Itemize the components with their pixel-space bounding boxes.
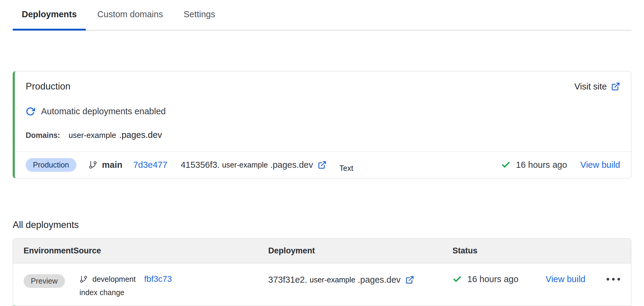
production-card: Production Visit site Automa	[13, 71, 631, 178]
commit-message: index change	[79, 288, 268, 297]
view-build-link[interactable]: View build	[580, 160, 620, 170]
environment-cell: Preview	[13, 274, 73, 288]
visit-site-label: Visit site	[575, 81, 607, 92]
more-options-icon	[607, 278, 609, 281]
deployment-url-prefix: 415356f3.	[181, 160, 220, 170]
tab-settings[interactable]: Settings	[175, 9, 224, 31]
tab-custom-domains[interactable]: Custom domains	[88, 9, 172, 31]
deployment-time: 16 hours ago	[467, 274, 518, 284]
environment-badge: Production	[26, 158, 76, 172]
deployment-url-name: user-example	[310, 275, 355, 284]
deployment-url-link[interactable]: 415356f3. user-example .pages.dev	[181, 160, 327, 170]
status-cell: 16 hours ago View build	[452, 274, 631, 284]
more-options-button[interactable]	[605, 275, 621, 284]
production-card-header: Production Visit site	[15, 71, 631, 92]
deployment-cell: 373f31e2. user-example .pages.dev	[268, 274, 452, 285]
production-deployment-row: Production main 7d3e477 415356f3. user-e…	[15, 151, 631, 178]
deployment-url-name: user-example	[222, 161, 268, 169]
domain-suffix: .pages.dev	[119, 130, 162, 140]
automatic-deployments-text: Automatic deployments enabled	[41, 106, 166, 117]
production-title: Production	[26, 81, 70, 92]
tab-deployments[interactable]: Deployments	[13, 9, 86, 31]
branch-name: main	[102, 160, 123, 170]
source-group: main	[89, 160, 123, 170]
external-link-icon	[611, 82, 620, 91]
success-check-icon	[452, 275, 462, 284]
deployment-url-link[interactable]: 373f31e2. user-example .pages.dev	[268, 274, 414, 285]
column-header-environment: Environment	[13, 246, 73, 256]
branch-name: development	[92, 275, 136, 284]
visit-site-link[interactable]: Visit site	[575, 81, 620, 92]
external-link-icon	[405, 275, 414, 284]
deployment-time: 16 hours ago	[516, 160, 567, 170]
deployments-table: Environment Source Deployment Status Pre…	[13, 238, 631, 306]
table-row: Preview development fbf3c73 ind	[13, 263, 631, 306]
text-note: Text	[339, 164, 353, 173]
git-branch-icon	[79, 275, 88, 283]
source-cell: development fbf3c73 index change	[73, 274, 268, 297]
deployment-url-suffix: .pages.dev	[270, 160, 313, 170]
success-check-icon	[501, 160, 510, 170]
column-header-status: Status	[452, 246, 631, 256]
deployment-url-prefix: 373f31e2.	[268, 275, 307, 285]
deployment-status-group: 16 hours ago View build	[501, 160, 620, 170]
column-header-deployment: Deployment	[268, 246, 452, 256]
external-link-icon	[318, 161, 327, 169]
git-branch-icon	[89, 161, 97, 169]
column-header-source: Source	[73, 246, 268, 256]
automatic-deployments-status: Automatic deployments enabled	[15, 106, 631, 117]
deployment-url-suffix: .pages.dev	[358, 275, 401, 285]
refresh-icon	[26, 107, 35, 116]
commit-link[interactable]: fbf3c73	[144, 274, 172, 284]
pages-deployments-page: Deployments Custom domains Settings Prod…	[0, 0, 644, 306]
domains-line: Domains: user-example .pages.dev	[15, 130, 631, 151]
table-header-row: Environment Source Deployment Status	[13, 239, 631, 263]
environment-badge: Preview	[24, 274, 65, 288]
source-line: development fbf3c73	[73, 274, 268, 284]
domains-label: Domains:	[26, 131, 60, 140]
domain-name: user-example	[69, 131, 116, 140]
commit-link[interactable]: 7d3e477	[133, 160, 167, 170]
view-build-link[interactable]: View build	[546, 274, 585, 284]
all-deployments-heading: All deployments	[13, 220, 631, 230]
tab-bar: Deployments Custom domains Settings	[13, 0, 631, 31]
